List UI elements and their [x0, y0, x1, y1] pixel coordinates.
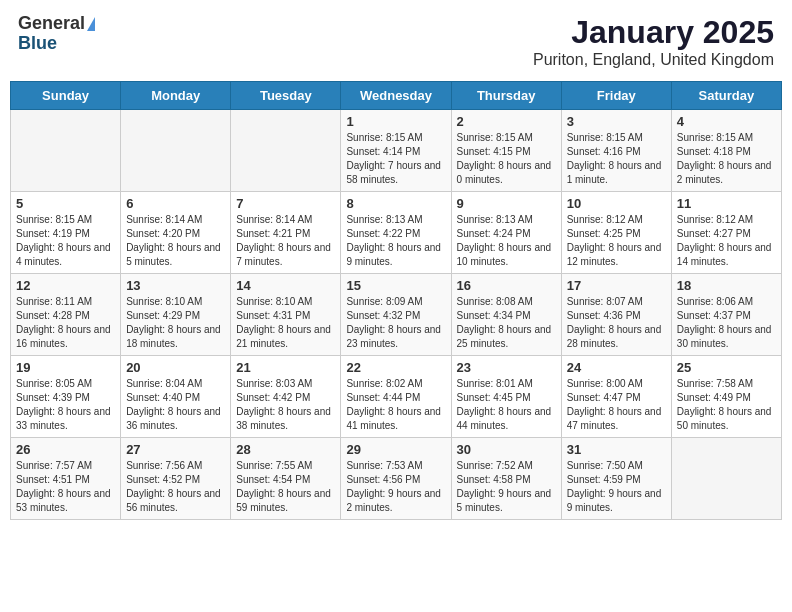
sunset-text: Sunset: 4:51 PM — [16, 474, 90, 485]
sunrise-text: Sunrise: 8:15 AM — [567, 132, 643, 143]
daylight-text: Daylight: 8 hours and 47 minutes. — [567, 406, 662, 431]
sunrise-text: Sunrise: 8:10 AM — [126, 296, 202, 307]
day-number: 23 — [457, 360, 556, 375]
day-number: 22 — [346, 360, 445, 375]
logo-general-text: General — [18, 14, 85, 34]
day-number: 8 — [346, 196, 445, 211]
calendar-week-row: 1 Sunrise: 8:15 AM Sunset: 4:14 PM Dayli… — [11, 110, 782, 192]
sunrise-text: Sunrise: 7:56 AM — [126, 460, 202, 471]
day-info: Sunrise: 7:56 AM Sunset: 4:52 PM Dayligh… — [126, 459, 225, 515]
daylight-text: Daylight: 8 hours and 7 minutes. — [236, 242, 331, 267]
sunset-text: Sunset: 4:15 PM — [457, 146, 531, 157]
sunset-text: Sunset: 4:56 PM — [346, 474, 420, 485]
daylight-text: Daylight: 8 hours and 10 minutes. — [457, 242, 552, 267]
sunset-text: Sunset: 4:34 PM — [457, 310, 531, 321]
sunset-text: Sunset: 4:45 PM — [457, 392, 531, 403]
calendar-cell: 27 Sunrise: 7:56 AM Sunset: 4:52 PM Dayl… — [121, 438, 231, 520]
calendar-cell: 28 Sunrise: 7:55 AM Sunset: 4:54 PM Dayl… — [231, 438, 341, 520]
calendar-cell: 5 Sunrise: 8:15 AM Sunset: 4:19 PM Dayli… — [11, 192, 121, 274]
day-number: 18 — [677, 278, 776, 293]
day-number: 30 — [457, 442, 556, 457]
day-of-week-header: Wednesday — [341, 82, 451, 110]
daylight-text: Daylight: 8 hours and 28 minutes. — [567, 324, 662, 349]
day-of-week-header: Sunday — [11, 82, 121, 110]
day-info: Sunrise: 8:15 AM Sunset: 4:18 PM Dayligh… — [677, 131, 776, 187]
sunrise-text: Sunrise: 8:05 AM — [16, 378, 92, 389]
sunrise-text: Sunrise: 8:11 AM — [16, 296, 92, 307]
daylight-text: Daylight: 8 hours and 5 minutes. — [126, 242, 221, 267]
day-number: 4 — [677, 114, 776, 129]
daylight-text: Daylight: 8 hours and 16 minutes. — [16, 324, 111, 349]
sunset-text: Sunset: 4:54 PM — [236, 474, 310, 485]
sunset-text: Sunset: 4:47 PM — [567, 392, 641, 403]
sunrise-text: Sunrise: 8:03 AM — [236, 378, 312, 389]
day-info: Sunrise: 8:15 AM Sunset: 4:19 PM Dayligh… — [16, 213, 115, 269]
sunrise-text: Sunrise: 8:07 AM — [567, 296, 643, 307]
sunset-text: Sunset: 4:58 PM — [457, 474, 531, 485]
sunset-text: Sunset: 4:24 PM — [457, 228, 531, 239]
day-info: Sunrise: 8:12 AM Sunset: 4:27 PM Dayligh… — [677, 213, 776, 269]
day-of-week-header: Tuesday — [231, 82, 341, 110]
sunrise-text: Sunrise: 8:01 AM — [457, 378, 533, 389]
day-number: 20 — [126, 360, 225, 375]
calendar-title: January 2025 — [533, 14, 774, 51]
day-info: Sunrise: 8:13 AM Sunset: 4:24 PM Dayligh… — [457, 213, 556, 269]
sunset-text: Sunset: 4:32 PM — [346, 310, 420, 321]
calendar-week-row: 12 Sunrise: 8:11 AM Sunset: 4:28 PM Dayl… — [11, 274, 782, 356]
day-number: 7 — [236, 196, 335, 211]
sunrise-text: Sunrise: 8:14 AM — [126, 214, 202, 225]
calendar-cell: 18 Sunrise: 8:06 AM Sunset: 4:37 PM Dayl… — [671, 274, 781, 356]
daylight-text: Daylight: 8 hours and 36 minutes. — [126, 406, 221, 431]
calendar-cell — [11, 110, 121, 192]
daylight-text: Daylight: 8 hours and 12 minutes. — [567, 242, 662, 267]
sunset-text: Sunset: 4:52 PM — [126, 474, 200, 485]
sunrise-text: Sunrise: 8:04 AM — [126, 378, 202, 389]
calendar-cell: 23 Sunrise: 8:01 AM Sunset: 4:45 PM Dayl… — [451, 356, 561, 438]
daylight-text: Daylight: 7 hours and 58 minutes. — [346, 160, 441, 185]
calendar-cell: 20 Sunrise: 8:04 AM Sunset: 4:40 PM Dayl… — [121, 356, 231, 438]
sunrise-text: Sunrise: 8:06 AM — [677, 296, 753, 307]
calendar-cell: 7 Sunrise: 8:14 AM Sunset: 4:21 PM Dayli… — [231, 192, 341, 274]
sunset-text: Sunset: 4:21 PM — [236, 228, 310, 239]
daylight-text: Daylight: 8 hours and 53 minutes. — [16, 488, 111, 513]
day-number: 14 — [236, 278, 335, 293]
logo-blue-text: Blue — [18, 34, 95, 54]
calendar-header-row: SundayMondayTuesdayWednesdayThursdayFrid… — [11, 82, 782, 110]
calendar-cell: 1 Sunrise: 8:15 AM Sunset: 4:14 PM Dayli… — [341, 110, 451, 192]
daylight-text: Daylight: 8 hours and 56 minutes. — [126, 488, 221, 513]
calendar-cell: 14 Sunrise: 8:10 AM Sunset: 4:31 PM Dayl… — [231, 274, 341, 356]
calendar-cell: 15 Sunrise: 8:09 AM Sunset: 4:32 PM Dayl… — [341, 274, 451, 356]
calendar-cell: 10 Sunrise: 8:12 AM Sunset: 4:25 PM Dayl… — [561, 192, 671, 274]
page-header: General Blue January 2025 Puriton, Engla… — [10, 10, 782, 73]
calendar-week-row: 19 Sunrise: 8:05 AM Sunset: 4:39 PM Dayl… — [11, 356, 782, 438]
calendar-cell: 13 Sunrise: 8:10 AM Sunset: 4:29 PM Dayl… — [121, 274, 231, 356]
day-info: Sunrise: 8:03 AM Sunset: 4:42 PM Dayligh… — [236, 377, 335, 433]
sunrise-text: Sunrise: 8:13 AM — [457, 214, 533, 225]
title-section: January 2025 Puriton, England, United Ki… — [533, 14, 774, 69]
day-number: 9 — [457, 196, 556, 211]
day-number: 17 — [567, 278, 666, 293]
sunset-text: Sunset: 4:31 PM — [236, 310, 310, 321]
calendar-cell: 21 Sunrise: 8:03 AM Sunset: 4:42 PM Dayl… — [231, 356, 341, 438]
sunrise-text: Sunrise: 8:15 AM — [346, 132, 422, 143]
sunrise-text: Sunrise: 7:52 AM — [457, 460, 533, 471]
sunset-text: Sunset: 4:27 PM — [677, 228, 751, 239]
calendar-table: SundayMondayTuesdayWednesdayThursdayFrid… — [10, 81, 782, 520]
daylight-text: Daylight: 8 hours and 23 minutes. — [346, 324, 441, 349]
day-info: Sunrise: 8:15 AM Sunset: 4:15 PM Dayligh… — [457, 131, 556, 187]
sunset-text: Sunset: 4:37 PM — [677, 310, 751, 321]
sunrise-text: Sunrise: 8:15 AM — [16, 214, 92, 225]
calendar-cell: 8 Sunrise: 8:13 AM Sunset: 4:22 PM Dayli… — [341, 192, 451, 274]
day-info: Sunrise: 8:10 AM Sunset: 4:31 PM Dayligh… — [236, 295, 335, 351]
sunrise-text: Sunrise: 8:09 AM — [346, 296, 422, 307]
daylight-text: Daylight: 8 hours and 25 minutes. — [457, 324, 552, 349]
day-number: 1 — [346, 114, 445, 129]
daylight-text: Daylight: 9 hours and 9 minutes. — [567, 488, 662, 513]
daylight-text: Daylight: 8 hours and 14 minutes. — [677, 242, 772, 267]
day-number: 5 — [16, 196, 115, 211]
sunrise-text: Sunrise: 7:55 AM — [236, 460, 312, 471]
day-info: Sunrise: 7:52 AM Sunset: 4:58 PM Dayligh… — [457, 459, 556, 515]
calendar-cell: 22 Sunrise: 8:02 AM Sunset: 4:44 PM Dayl… — [341, 356, 451, 438]
day-of-week-header: Monday — [121, 82, 231, 110]
calendar-cell: 9 Sunrise: 8:13 AM Sunset: 4:24 PM Dayli… — [451, 192, 561, 274]
